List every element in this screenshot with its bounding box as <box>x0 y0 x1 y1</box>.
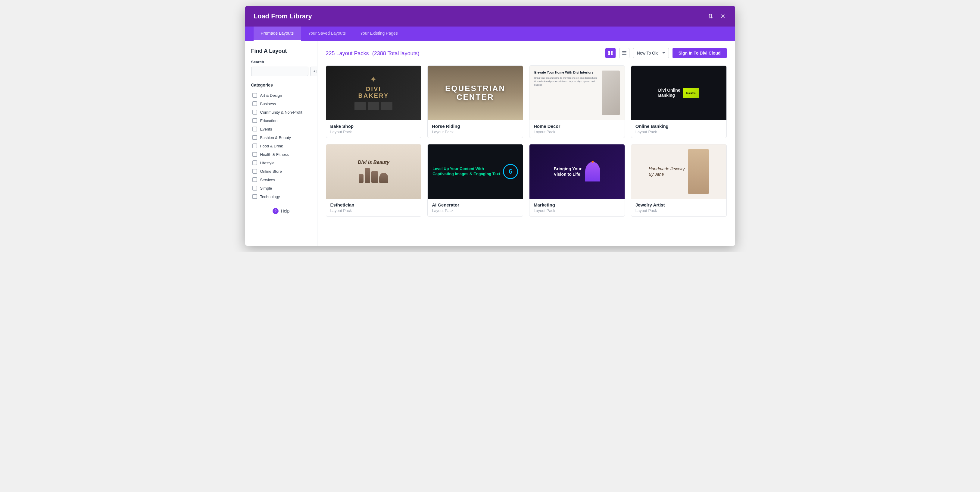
help-icon: ? <box>272 208 278 214</box>
filter-button[interactable]: + Filter <box>310 67 317 76</box>
category-label-services: Services <box>260 177 275 182</box>
category-business[interactable]: Business <box>251 99 311 108</box>
category-services[interactable]: Services <box>251 176 311 184</box>
sign-in-button[interactable]: Sign In To Divi Cloud <box>673 48 727 58</box>
category-health[interactable]: Health & Fitness <box>251 150 311 158</box>
grid-view-button[interactable] <box>605 48 616 58</box>
close-button[interactable]: ✕ <box>719 11 727 21</box>
checkbox-education[interactable] <box>252 118 257 123</box>
category-label-food: Food & Drink <box>260 144 283 149</box>
checkbox-online-store[interactable] <box>252 169 257 174</box>
layout-name-home-decor: Home Decor <box>534 124 620 129</box>
tab-existing-pages[interactable]: Your Existing Pages <box>353 27 405 41</box>
main-controls: New To Old Old To New A to Z Sign In To … <box>605 48 727 58</box>
layout-card-online-banking[interactable]: Divi OnlineBanking Insights Online Banki… <box>631 65 727 138</box>
category-technology[interactable]: Technology <box>251 192 311 201</box>
layout-count: 225 Layout Packs (2388 Total layouts) <box>326 50 420 57</box>
checkbox-events[interactable] <box>252 126 257 131</box>
checkbox-simple[interactable] <box>252 186 257 190</box>
layout-info-jewelry-artist: Jewelry Artist Layout Pack <box>631 199 726 216</box>
layout-preview-bake-shop: ✦ DiviBakery <box>326 66 422 120</box>
category-food[interactable]: Food & Drink <box>251 142 311 150</box>
category-events[interactable]: Events <box>251 125 311 133</box>
layout-card-jewelry-artist[interactable]: Handmade JewelryBy Jane Jewelry Artist L… <box>631 144 727 217</box>
layout-name-online-banking: Online Banking <box>635 124 722 129</box>
svg-rect-3 <box>611 53 612 55</box>
search-label: Search <box>251 60 311 64</box>
categories-list: Art & Design Business Community & Non-Pr… <box>251 91 311 201</box>
svg-rect-5 <box>622 53 627 54</box>
category-education[interactable]: Education <box>251 117 311 125</box>
layout-type-online-banking: Layout Pack <box>635 129 722 134</box>
help-section[interactable]: ? Help <box>251 208 311 214</box>
layout-preview-ai-generator: Level Up Your Content With Captivating I… <box>428 144 523 199</box>
layout-name-esthetician: Esthetician <box>330 202 417 208</box>
category-community[interactable]: Community & Non-Profit <box>251 108 311 117</box>
checkbox-technology[interactable] <box>252 194 257 199</box>
category-simple[interactable]: Simple <box>251 184 311 192</box>
categories-title: Categories <box>251 83 311 88</box>
search-row: + Filter <box>251 67 311 76</box>
layout-type-marketing: Layout Pack <box>534 208 620 213</box>
category-label-fashion: Fashion & Beauty <box>260 135 291 140</box>
category-label-community: Community & Non-Profit <box>260 110 302 115</box>
checkbox-business[interactable] <box>252 101 257 106</box>
checkbox-community[interactable] <box>252 110 257 115</box>
modal-header: Load From Library ⇅ ✕ <box>245 6 735 27</box>
search-input[interactable] <box>251 67 309 76</box>
layout-preview-jewelry-artist: Handmade JewelryBy Jane <box>631 144 726 199</box>
svg-rect-6 <box>622 54 627 55</box>
layout-type-horse-riding: Layout Pack <box>432 129 519 134</box>
category-label-simple: Simple <box>260 186 272 190</box>
layout-preview-online-banking: Divi OnlineBanking Insights <box>631 66 726 120</box>
tab-premade-layouts[interactable]: Premade Layouts <box>254 27 301 41</box>
sidebar: Find A Layout Search + Filter Categories… <box>245 41 317 246</box>
checkbox-art-design[interactable] <box>252 93 257 97</box>
layout-info-marketing: Marketing Layout Pack <box>530 199 625 216</box>
layout-info-esthetician: Esthetician Layout Pack <box>326 199 422 216</box>
category-label-lifestyle: Lifestyle <box>260 161 275 165</box>
checkbox-lifestyle[interactable] <box>252 160 257 165</box>
layout-name-horse-riding: Horse Riding <box>432 124 519 129</box>
category-online-store[interactable]: Online Store <box>251 167 311 176</box>
layout-type-jewelry-artist: Layout Pack <box>635 208 722 213</box>
checkbox-food[interactable] <box>252 144 257 149</box>
svg-rect-1 <box>611 51 612 53</box>
layout-card-marketing[interactable]: Bringing YourVision to Life Marketing La… <box>529 144 625 217</box>
category-lifestyle[interactable]: Lifestyle <box>251 158 311 167</box>
checkbox-health[interactable] <box>252 152 257 157</box>
sort-icon-button[interactable]: ⇅ <box>707 11 714 21</box>
tab-saved-layouts[interactable]: Your Saved Layouts <box>301 27 353 41</box>
layout-card-esthetician[interactable]: Divi is Beauty Esthetician Layout Pack <box>326 144 422 217</box>
layout-info-horse-riding: Horse Riding Layout Pack <box>428 120 523 138</box>
help-label: Help <box>281 209 290 213</box>
sort-select[interactable]: New To Old Old To New A to Z <box>633 48 669 58</box>
layout-card-horse-riding[interactable]: EquestrianCenter Horse Riding Layout Pac… <box>427 65 523 138</box>
load-from-library-modal: Load From Library ⇅ ✕ Premade Layouts Yo… <box>245 6 735 246</box>
category-label-technology: Technology <box>260 195 280 199</box>
layout-name-jewelry-artist: Jewelry Artist <box>635 202 722 208</box>
modal-title: Load From Library <box>254 12 312 20</box>
category-label-education: Education <box>260 118 278 123</box>
layout-info-online-banking: Online Banking Layout Pack <box>631 120 726 138</box>
layout-preview-esthetician: Divi is Beauty <box>326 144 422 199</box>
header-actions: ⇅ ✕ <box>707 11 727 21</box>
layout-name-marketing: Marketing <box>534 202 620 208</box>
layout-card-bake-shop[interactable]: ✦ DiviBakery Bake Shop Layout Pack <box>326 65 422 138</box>
layout-info-bake-shop: Bake Shop Layout Pack <box>326 120 422 138</box>
svg-rect-0 <box>608 51 610 53</box>
layout-card-home-decor[interactable]: Elevate Your Home With Divi Interiors Br… <box>529 65 625 138</box>
main-content: 225 Layout Packs (2388 Total layouts) <box>317 41 735 246</box>
layout-type-esthetician: Layout Pack <box>330 208 417 213</box>
category-label-health: Health & Fitness <box>260 152 289 157</box>
svg-rect-2 <box>608 53 610 55</box>
category-label-events: Events <box>260 127 272 131</box>
layout-type-ai-generator: Layout Pack <box>432 208 519 213</box>
checkbox-fashion[interactable] <box>252 135 257 140</box>
layout-card-ai-generator[interactable]: Level Up Your Content With Captivating I… <box>427 144 523 217</box>
category-fashion[interactable]: Fashion & Beauty <box>251 133 311 142</box>
checkbox-services[interactable] <box>252 177 257 182</box>
modal-body: Find A Layout Search + Filter Categories… <box>245 41 735 246</box>
list-view-button[interactable] <box>619 48 630 58</box>
category-art-design[interactable]: Art & Design <box>251 91 311 99</box>
